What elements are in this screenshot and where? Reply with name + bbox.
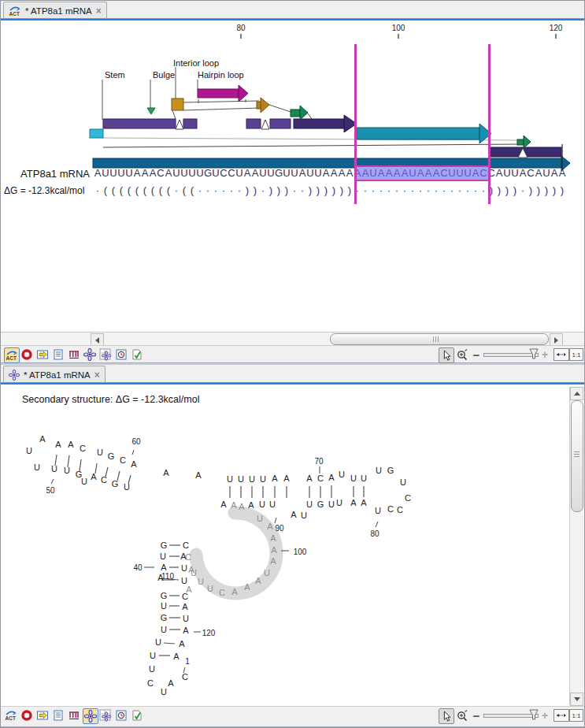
- zoom-in-plus-icon[interactable]: +: [538, 347, 552, 362]
- structure-table-view-button[interactable]: [98, 347, 113, 362]
- zoom-in-plus-icon[interactable]: +: [538, 708, 552, 722]
- structure-pinwheel-view-button[interactable]: [83, 708, 98, 724]
- fit-width-button[interactable]: [554, 348, 569, 361]
- one-to-one-zoom-button[interactable]: 1:1: [569, 709, 583, 722]
- bottom-tabbar: * ATP8a1 mRNA ×: [1, 365, 584, 383]
- svg-text:ACT: ACT: [6, 355, 17, 361]
- selection-right-handle[interactable]: [488, 44, 491, 204]
- zoom-in-tool-button[interactable]: [455, 347, 469, 362]
- cursor-tool-button[interactable]: [439, 708, 454, 724]
- structure-header: Secondary structure: ΔG = -12.3kcal/mol: [22, 394, 199, 405]
- tab-atp8a1-mrna-linear[interactable]: ACT * ATP8a1 mRNA ×: [3, 2, 107, 19]
- horizontal-scrollbar[interactable]: [1, 332, 584, 346]
- text-view-button[interactable]: [51, 708, 65, 722]
- panel-structure-view: * ATP8a1 mRNA × Secondary structure: ΔG …: [1, 365, 584, 727]
- scroll-up-button[interactable]: [570, 387, 583, 400]
- structure-pinwheel-view-button[interactable]: [83, 347, 97, 362]
- tab-title: * ATP8a1 mRNA: [25, 6, 92, 16]
- fit-width-button[interactable]: [554, 709, 569, 722]
- act-sequence-icon: ACT: [9, 6, 21, 17]
- cursor-tool-button[interactable]: [439, 347, 454, 363]
- structure-view-content: Secondary structure: ΔG = -12.3kcal/mol: [1, 384, 584, 705]
- history-view-button[interactable]: [114, 347, 128, 362]
- structure-pinwheel-icon: [9, 370, 20, 381]
- circular-view-button[interactable]: [20, 708, 34, 722]
- svg-text:ACT: ACT: [9, 11, 20, 17]
- one-to-one-zoom-button[interactable]: 1:1: [569, 348, 583, 361]
- app-window: ACT * ATP8a1 mRNA × ACT−+1:1 * ATP8a1 mR…: [0, 0, 585, 728]
- selection-left-handle[interactable]: [354, 44, 357, 204]
- element-info-view-button[interactable]: [130, 347, 144, 362]
- bottom-view-toolbar: ACT−+1:1: [1, 706, 584, 726]
- close-icon[interactable]: ×: [96, 7, 102, 15]
- scroll-down-button[interactable]: [570, 693, 583, 706]
- annotation-table-view-button[interactable]: [35, 708, 50, 722]
- annotation-table-view-button[interactable]: [35, 347, 50, 362]
- close-icon[interactable]: ×: [94, 371, 100, 379]
- vertical-scrollbar[interactable]: [569, 387, 583, 705]
- comb-layout-view-button[interactable]: [67, 347, 81, 362]
- text-view-button[interactable]: [51, 347, 65, 362]
- zoom-in-tool-button[interactable]: [455, 708, 469, 722]
- hscroll-thumb[interactable]: [330, 333, 549, 345]
- svg-text:ACT: ACT: [6, 715, 16, 721]
- tab-title: * ATP8a1 mRNA: [24, 370, 91, 380]
- top-tabbar: ACT * ATP8a1 mRNA ×: [1, 1, 584, 19]
- zoom-out-icon[interactable]: −: [469, 347, 483, 362]
- vscroll-thumb[interactable]: [571, 400, 583, 512]
- structure-table-view-button[interactable]: [98, 708, 113, 722]
- history-view-button[interactable]: [114, 708, 128, 722]
- panel-linear-view: ACT * ATP8a1 mRNA × ACT−+1:1: [1, 1, 584, 363]
- comb-layout-view-button[interactable]: [67, 708, 81, 722]
- act-sequence-view-button[interactable]: ACT: [4, 708, 18, 722]
- act-sequence-view-button[interactable]: ACT: [4, 347, 20, 363]
- selection-highlight: [355, 165, 489, 181]
- element-info-view-button[interactable]: [130, 708, 144, 722]
- tab-atp8a1-mrna-structure[interactable]: * ATP8a1 mRNA ×: [3, 366, 106, 383]
- top-view-toolbar: ACT−+1:1: [1, 345, 584, 362]
- zoom-out-icon[interactable]: −: [469, 708, 483, 722]
- circular-view-button[interactable]: [20, 347, 34, 362]
- linear-view-content: [1, 20, 584, 332]
